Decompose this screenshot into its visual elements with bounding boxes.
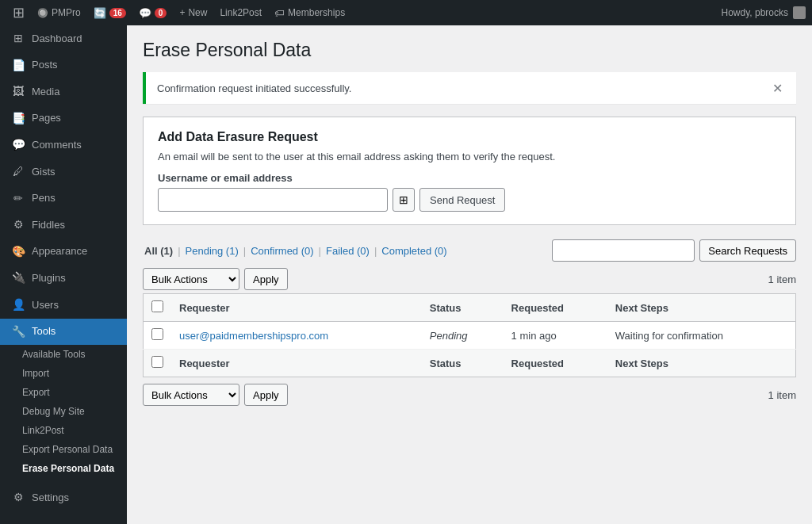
- username-field-label: Username or email address: [158, 172, 781, 184]
- tools-submenu: Available Tools Import Export Debug My S…: [0, 345, 127, 478]
- th-requester: Requester: [171, 294, 422, 322]
- sidebar-item-appearance[interactable]: 🎨 Appearance: [0, 239, 127, 266]
- users-icon: 👤: [11, 297, 25, 313]
- sidebar-item-media[interactable]: 🖼 Media: [0, 78, 127, 105]
- filter-all[interactable]: All (1): [143, 245, 174, 257]
- requester-email-link[interactable]: user@paidmembershipspro.com: [179, 330, 328, 342]
- requests-table: Requester Status Requested Next Steps us…: [143, 293, 796, 377]
- sidebar-item-plugins[interactable]: 🔌 Plugins: [0, 265, 127, 292]
- dashboard-icon: ⊞: [11, 31, 25, 47]
- notice-message: Confirmation request initiated successfu…: [157, 82, 351, 94]
- sidebar-item-dashboard[interactable]: ⊞ Dashboard: [0, 25, 127, 52]
- status-pending-label: Pending: [430, 330, 468, 342]
- row-next-steps: Waiting for confirmation: [607, 322, 796, 350]
- th-checkbox: [144, 294, 172, 322]
- sidebar-item-settings[interactable]: ⚙ Settings: [0, 484, 127, 511]
- gists-icon: 🖊: [11, 164, 25, 180]
- sidebar-item-tools[interactable]: 🔧 Tools: [0, 319, 127, 346]
- filter-confirmed[interactable]: Confirmed (0): [249, 245, 315, 257]
- send-request-form: ⊞ Send Request: [158, 188, 781, 212]
- adminbar-updates[interactable]: 🔄 16: [87, 0, 132, 25]
- adminbar-site-name[interactable]: 🔘 PMPro: [31, 0, 87, 25]
- filter-failed[interactable]: Failed (0): [324, 245, 371, 257]
- filter-pending[interactable]: Pending (1): [184, 245, 240, 257]
- send-request-button[interactable]: Send Request: [419, 188, 505, 212]
- pages-icon: 📑: [11, 111, 25, 127]
- bottom-bulk-actions-select[interactable]: Bulk Actions: [143, 384, 239, 406]
- filters-bar: All (1) | Pending (1) | Confirmed (0) | …: [143, 239, 796, 262]
- tf-requester: Requester: [171, 350, 422, 377]
- tf-status: Status: [422, 350, 504, 377]
- row-requested: 1 min ago: [504, 322, 607, 350]
- row-checkbox[interactable]: [151, 328, 163, 340]
- bottom-apply-button[interactable]: Apply: [244, 384, 288, 406]
- username-email-input[interactable]: [158, 188, 388, 212]
- fiddles-icon: ⚙: [11, 217, 25, 233]
- comments-icon: 💬: [11, 137, 25, 153]
- tf-checkbox: [144, 350, 172, 377]
- pens-icon: ✏: [11, 191, 25, 207]
- bottom-bulk-row: Bulk Actions Apply: [143, 384, 288, 406]
- add-section-description: An email will be sent to the user at thi…: [158, 151, 781, 163]
- notice-close-button[interactable]: ✕: [769, 80, 785, 96]
- sidebar-item-users[interactable]: 👤 Users: [0, 292, 127, 319]
- search-area: Search Requests: [552, 239, 796, 262]
- sidebar-item-gists[interactable]: 🖊 Gists: [0, 159, 127, 186]
- avatar: [793, 6, 806, 19]
- row-status: Pending: [422, 322, 504, 350]
- table-footer-row: Requester Status Requested Next Steps: [144, 350, 796, 377]
- sub-item-import[interactable]: Import: [0, 364, 127, 383]
- updates-badge: 16: [109, 8, 126, 18]
- select-all-checkbox[interactable]: [151, 300, 163, 312]
- tf-next-steps: Next Steps: [607, 350, 796, 377]
- top-bulk-row: Bulk Actions Apply: [143, 268, 288, 290]
- tools-icon: 🔧: [11, 324, 25, 340]
- bottom-table-actions: Bulk Actions Apply 1 item: [143, 384, 796, 406]
- comments-badge: 0: [155, 8, 167, 18]
- page-title: Erase Personal Data: [143, 40, 796, 61]
- search-requests-input[interactable]: [552, 239, 695, 262]
- sub-item-link2post[interactable]: Link2Post: [0, 421, 127, 440]
- sidebar-item-comments[interactable]: 💬 Comments: [0, 132, 127, 159]
- th-status: Status: [422, 294, 504, 322]
- sidebar: ⊞ Dashboard 📄 Posts 🖼 Media 📑 Pages 💬 Co…: [0, 25, 127, 524]
- admin-bar: ⊞ 🔘 PMPro 🔄 16 💬 0 + New Link2Post 🏷 Mem…: [0, 0, 812, 25]
- filter-completed[interactable]: Completed (0): [380, 245, 448, 257]
- sub-item-available-tools[interactable]: Available Tools: [0, 345, 127, 364]
- adminbar-memberships[interactable]: 🏷 Memberships: [268, 0, 351, 25]
- th-next-steps: Next Steps: [607, 294, 796, 322]
- table-row: user@paidmembershipspro.com Pending 1 mi…: [144, 322, 796, 350]
- user-search-icon-button[interactable]: ⊞: [393, 188, 415, 212]
- content-area: Erase Personal Data Confirmation request…: [127, 25, 812, 524]
- sidebar-item-posts[interactable]: 📄 Posts: [0, 52, 127, 79]
- sidebar-item-pages[interactable]: 📑 Pages: [0, 105, 127, 132]
- bottom-item-count: 1 item: [768, 389, 796, 401]
- top-apply-button[interactable]: Apply: [244, 268, 288, 290]
- row-requester: user@paidmembershipspro.com: [171, 322, 422, 350]
- sub-item-export[interactable]: Export: [0, 383, 127, 402]
- sidebar-item-pens[interactable]: ✏ Pens: [0, 186, 127, 212]
- filter-links: All (1) | Pending (1) | Confirmed (0) | …: [143, 245, 449, 257]
- sub-item-erase-personal-data[interactable]: Erase Personal Data: [0, 459, 127, 478]
- posts-icon: 📄: [11, 58, 25, 74]
- select-all-bottom-checkbox[interactable]: [151, 356, 163, 368]
- sub-item-debug[interactable]: Debug My Site: [0, 402, 127, 421]
- search-requests-button[interactable]: Search Requests: [699, 239, 796, 262]
- sub-item-export-personal-data[interactable]: Export Personal Data: [0, 440, 127, 459]
- media-icon: 🖼: [11, 84, 25, 100]
- adminbar-new[interactable]: + New: [173, 0, 213, 25]
- top-item-count: 1 item: [768, 273, 796, 285]
- plugins-icon: 🔌: [11, 270, 25, 286]
- adminbar-comments[interactable]: 💬 0: [132, 0, 174, 25]
- th-requested: Requested: [504, 294, 607, 322]
- top-bulk-actions-select[interactable]: Bulk Actions: [143, 268, 239, 290]
- adminbar-link2post[interactable]: Link2Post: [213, 0, 268, 25]
- sidebar-item-fiddles[interactable]: ⚙ Fiddles: [0, 212, 127, 239]
- adminbar-user[interactable]: Howdy, pbrocks: [722, 6, 806, 19]
- adminbar-wp-logo[interactable]: ⊞: [6, 0, 31, 25]
- success-notice: Confirmation request initiated successfu…: [143, 72, 796, 104]
- tf-requested: Requested: [504, 350, 607, 377]
- add-section-title: Add Data Erasure Request: [158, 130, 781, 144]
- settings-icon: ⚙: [11, 490, 25, 506]
- top-table-actions: Bulk Actions Apply 1 item: [143, 268, 796, 290]
